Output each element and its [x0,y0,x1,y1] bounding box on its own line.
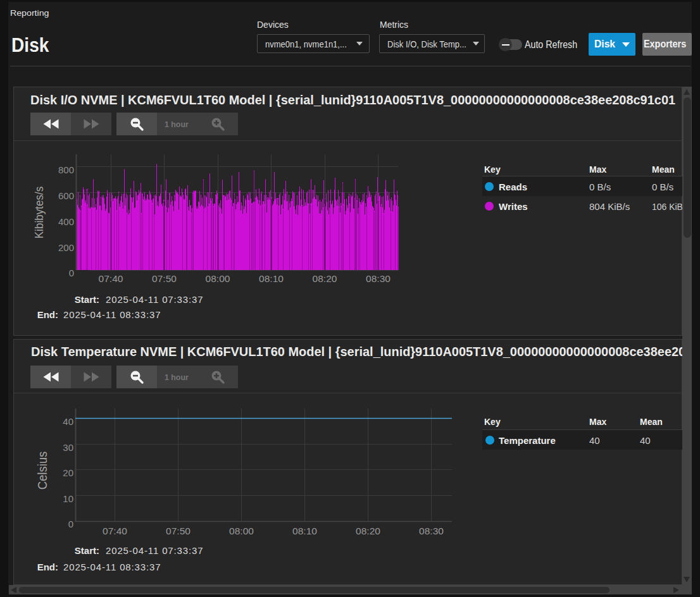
svg-text:Kibibytes/s: Kibibytes/s [33,186,46,238]
svg-text:08:20: 08:20 [356,526,380,536]
svg-text:08:30: 08:30 [419,526,444,536]
svg-text:20: 20 [63,467,73,478]
svg-text:600: 600 [58,190,74,201]
svg-text:08:10: 08:10 [292,526,317,536]
svg-text:200: 200 [58,242,74,253]
svg-text:40: 40 [63,416,73,427]
svg-text:07:40: 07:40 [99,273,123,284]
svg-text:0: 0 [68,519,73,529]
svg-text:07:40: 07:40 [103,526,127,536]
svg-text:08:00: 08:00 [229,526,254,536]
svg-text:07:50: 07:50 [152,273,177,284]
svg-text:800: 800 [58,164,74,175]
svg-text:08:00: 08:00 [206,273,230,284]
svg-text:0: 0 [69,268,74,278]
svg-text:400: 400 [58,216,74,227]
svg-text:Celsius: Celsius [35,452,49,490]
svg-text:08:10: 08:10 [259,273,284,284]
svg-text:07:50: 07:50 [166,526,191,536]
svg-text:08:30: 08:30 [366,273,391,284]
svg-text:30: 30 [63,442,73,453]
svg-text:08:20: 08:20 [313,273,337,284]
svg-text:10: 10 [63,493,73,504]
